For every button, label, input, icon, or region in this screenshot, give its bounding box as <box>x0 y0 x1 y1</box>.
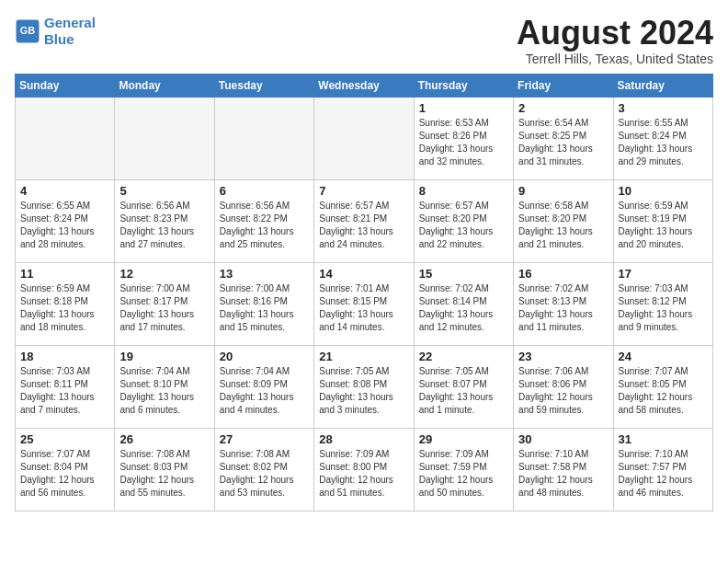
day-info: Sunrise: 6:54 AM Sunset: 8:25 PM Dayligh… <box>518 117 608 168</box>
calendar-cell: 19Sunrise: 7:04 AM Sunset: 8:10 PM Dayli… <box>115 345 214 428</box>
calendar-cell: 1Sunrise: 6:53 AM Sunset: 8:26 PM Daylig… <box>414 97 513 179</box>
day-info: Sunrise: 6:57 AM Sunset: 8:20 PM Dayligh… <box>419 200 508 251</box>
day-number: 5 <box>119 184 209 198</box>
day-info: Sunrise: 7:00 AM Sunset: 8:16 PM Dayligh… <box>220 282 309 334</box>
day-info: Sunrise: 7:02 AM Sunset: 8:14 PM Dayligh… <box>419 282 508 334</box>
day-info: Sunrise: 7:06 AM Sunset: 8:06 PM Dayligh… <box>518 365 608 417</box>
calendar-header-row: SundayMondayTuesdayWednesdayThursdayFrid… <box>16 74 713 97</box>
day-info: Sunrise: 6:59 AM Sunset: 8:19 PM Dayligh… <box>619 200 708 251</box>
calendar-cell: 27Sunrise: 7:08 AM Sunset: 8:02 PM Dayli… <box>214 428 313 511</box>
day-info: Sunrise: 7:08 AM Sunset: 8:02 PM Dayligh… <box>220 448 309 500</box>
week-row-2: 11Sunrise: 6:59 AM Sunset: 8:18 PM Dayli… <box>16 262 713 345</box>
day-info: Sunrise: 6:59 AM Sunset: 8:18 PM Dayligh… <box>20 282 109 334</box>
title-block: August 2024 Terrell Hills, Texas, United… <box>517 15 713 66</box>
calendar-cell: 28Sunrise: 7:09 AM Sunset: 8:00 PM Dayli… <box>314 428 414 511</box>
day-number: 26 <box>119 432 209 446</box>
logo: GB General Blue <box>15 15 96 48</box>
day-info: Sunrise: 7:04 AM Sunset: 8:09 PM Dayligh… <box>220 365 309 417</box>
week-row-3: 18Sunrise: 7:03 AM Sunset: 8:11 PM Dayli… <box>16 345 713 428</box>
day-number: 1 <box>419 101 508 115</box>
header-cell-tuesday: Tuesday <box>214 74 313 97</box>
calendar-cell: 12Sunrise: 7:00 AM Sunset: 8:17 PM Dayli… <box>115 262 214 345</box>
day-number: 19 <box>119 350 209 363</box>
calendar-cell: 10Sunrise: 6:59 AM Sunset: 8:19 PM Dayli… <box>613 179 712 262</box>
calendar-cell: 13Sunrise: 7:00 AM Sunset: 8:16 PM Dayli… <box>214 262 313 345</box>
day-number: 24 <box>619 350 708 363</box>
day-info: Sunrise: 7:10 AM Sunset: 7:57 PM Dayligh… <box>619 448 708 500</box>
calendar-cell: 31Sunrise: 7:10 AM Sunset: 7:57 PM Dayli… <box>613 428 712 511</box>
calendar-cell: 24Sunrise: 7:07 AM Sunset: 8:05 PM Dayli… <box>613 345 712 428</box>
day-info: Sunrise: 7:09 AM Sunset: 8:00 PM Dayligh… <box>319 448 408 500</box>
calendar-cell: 7Sunrise: 6:57 AM Sunset: 8:21 PM Daylig… <box>314 179 414 262</box>
day-info: Sunrise: 7:03 AM Sunset: 8:12 PM Dayligh… <box>619 282 708 334</box>
calendar-table: SundayMondayTuesdayWednesdayThursdayFrid… <box>15 74 713 511</box>
day-number: 13 <box>220 267 309 281</box>
calendar-cell <box>115 97 214 179</box>
day-number: 14 <box>319 267 408 281</box>
week-row-4: 25Sunrise: 7:07 AM Sunset: 8:04 PM Dayli… <box>16 428 713 511</box>
svg-text:GB: GB <box>20 25 35 36</box>
calendar-cell: 14Sunrise: 7:01 AM Sunset: 8:15 PM Dayli… <box>314 262 414 345</box>
day-number: 25 <box>20 432 109 446</box>
day-number: 23 <box>518 350 608 363</box>
header-cell-monday: Monday <box>115 74 214 97</box>
header-cell-sunday: Sunday <box>16 74 115 97</box>
day-number: 10 <box>619 184 708 198</box>
calendar-cell: 23Sunrise: 7:06 AM Sunset: 8:06 PM Dayli… <box>514 345 613 428</box>
day-number: 4 <box>20 184 109 198</box>
day-number: 9 <box>518 184 608 198</box>
day-number: 27 <box>220 432 309 446</box>
calendar-cell: 21Sunrise: 7:05 AM Sunset: 8:08 PM Dayli… <box>314 345 414 428</box>
day-info: Sunrise: 7:02 AM Sunset: 8:13 PM Dayligh… <box>518 282 608 334</box>
day-number: 15 <box>419 267 508 281</box>
calendar-cell: 25Sunrise: 7:07 AM Sunset: 8:04 PM Dayli… <box>16 428 115 511</box>
day-info: Sunrise: 6:56 AM Sunset: 8:23 PM Dayligh… <box>119 200 209 251</box>
calendar-cell: 18Sunrise: 7:03 AM Sunset: 8:11 PM Dayli… <box>16 345 115 428</box>
day-info: Sunrise: 7:03 AM Sunset: 8:11 PM Dayligh… <box>20 365 109 417</box>
day-number: 6 <box>220 184 309 198</box>
calendar-cell: 3Sunrise: 6:55 AM Sunset: 8:24 PM Daylig… <box>613 97 712 179</box>
location: Terrell Hills, Texas, United States <box>517 52 713 66</box>
day-number: 17 <box>619 267 708 281</box>
day-number: 11 <box>20 267 109 281</box>
header-cell-friday: Friday <box>514 74 613 97</box>
day-info: Sunrise: 7:00 AM Sunset: 8:17 PM Dayligh… <box>119 282 209 334</box>
calendar-cell: 5Sunrise: 6:56 AM Sunset: 8:23 PM Daylig… <box>115 179 214 262</box>
day-info: Sunrise: 7:10 AM Sunset: 7:58 PM Dayligh… <box>518 448 608 500</box>
week-row-1: 4Sunrise: 6:55 AM Sunset: 8:24 PM Daylig… <box>16 179 713 262</box>
calendar-cell: 26Sunrise: 7:08 AM Sunset: 8:03 PM Dayli… <box>115 428 214 511</box>
calendar-body: 1Sunrise: 6:53 AM Sunset: 8:26 PM Daylig… <box>16 97 713 511</box>
day-number: 29 <box>419 432 508 446</box>
week-row-0: 1Sunrise: 6:53 AM Sunset: 8:26 PM Daylig… <box>16 97 713 179</box>
day-number: 21 <box>319 350 408 363</box>
calendar-cell: 17Sunrise: 7:03 AM Sunset: 8:12 PM Dayli… <box>613 262 712 345</box>
day-info: Sunrise: 6:53 AM Sunset: 8:26 PM Dayligh… <box>419 117 508 168</box>
logo-line1: General <box>44 15 96 30</box>
day-number: 28 <box>319 432 408 446</box>
calendar-cell: 15Sunrise: 7:02 AM Sunset: 8:14 PM Dayli… <box>414 262 513 345</box>
day-number: 30 <box>518 432 608 446</box>
day-number: 7 <box>319 184 408 198</box>
calendar-cell: 16Sunrise: 7:02 AM Sunset: 8:13 PM Dayli… <box>514 262 613 345</box>
day-info: Sunrise: 6:56 AM Sunset: 8:22 PM Dayligh… <box>220 200 309 251</box>
day-number: 3 <box>619 101 708 115</box>
calendar-cell: 8Sunrise: 6:57 AM Sunset: 8:20 PM Daylig… <box>414 179 513 262</box>
day-number: 16 <box>518 267 608 281</box>
day-info: Sunrise: 6:55 AM Sunset: 8:24 PM Dayligh… <box>20 200 109 251</box>
calendar-cell: 2Sunrise: 6:54 AM Sunset: 8:25 PM Daylig… <box>514 97 613 179</box>
calendar-cell <box>214 97 313 179</box>
day-info: Sunrise: 7:08 AM Sunset: 8:03 PM Dayligh… <box>119 448 209 500</box>
calendar-cell: 20Sunrise: 7:04 AM Sunset: 8:09 PM Dayli… <box>214 345 313 428</box>
calendar-cell: 11Sunrise: 6:59 AM Sunset: 8:18 PM Dayli… <box>16 262 115 345</box>
day-info: Sunrise: 7:04 AM Sunset: 8:10 PM Dayligh… <box>119 365 209 417</box>
day-number: 18 <box>20 350 109 363</box>
day-info: Sunrise: 7:07 AM Sunset: 8:05 PM Dayligh… <box>619 365 708 417</box>
day-info: Sunrise: 7:01 AM Sunset: 8:15 PM Dayligh… <box>319 282 408 334</box>
header-cell-saturday: Saturday <box>613 74 712 97</box>
day-info: Sunrise: 6:57 AM Sunset: 8:21 PM Dayligh… <box>319 200 408 251</box>
day-info: Sunrise: 7:05 AM Sunset: 8:07 PM Dayligh… <box>419 365 508 417</box>
logo-icon: GB <box>15 18 40 44</box>
month-title: August 2024 <box>517 15 713 52</box>
day-info: Sunrise: 7:07 AM Sunset: 8:04 PM Dayligh… <box>20 448 109 500</box>
day-info: Sunrise: 7:05 AM Sunset: 8:08 PM Dayligh… <box>319 365 408 417</box>
